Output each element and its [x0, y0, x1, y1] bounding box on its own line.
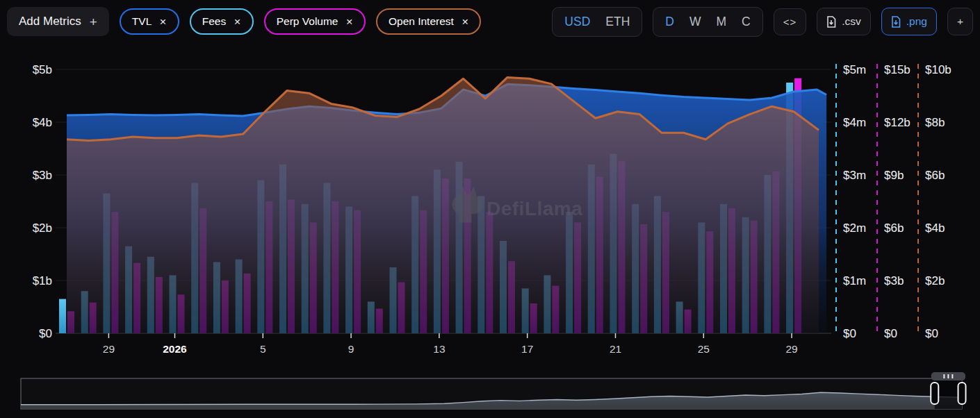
remove-metric-icon[interactable]: ✕ — [345, 17, 352, 27]
fees-bar — [59, 299, 66, 333]
grip-dots-icon — [952, 374, 953, 378]
x-tick-label: 9 — [348, 343, 354, 355]
download-file-icon — [891, 16, 901, 28]
svg-text:$6b: $6b — [925, 169, 945, 182]
svg-text:$2b: $2b — [925, 274, 945, 287]
currency-option-usd[interactable]: USD — [557, 11, 598, 33]
svg-text:$5m: $5m — [843, 63, 866, 76]
export-png-button[interactable]: .png — [881, 8, 937, 35]
interval-toggle[interactable]: DWMC — [653, 7, 762, 37]
svg-text:$3b: $3b — [33, 169, 52, 182]
add-chart-button[interactable]: + — [947, 8, 973, 35]
add-metrics-label: Add Metrics — [19, 15, 81, 28]
svg-text:$15b: $15b — [884, 63, 910, 76]
svg-text:$0: $0 — [884, 327, 897, 340]
add-metrics-button[interactable]: Add Metrics + — [7, 7, 109, 36]
export-png-label: .png — [906, 15, 927, 28]
export-csv-button[interactable]: .csv — [817, 8, 871, 35]
timeline-brush[interactable] — [21, 372, 966, 409]
svg-text:$3m: $3m — [843, 169, 866, 182]
embed-button[interactable]: <> — [774, 8, 807, 35]
svg-text:$4b: $4b — [925, 221, 945, 235]
interval-option-w[interactable]: W — [682, 11, 709, 33]
svg-text:$0: $0 — [843, 327, 856, 340]
svg-text:$1m: $1m — [843, 274, 866, 287]
svg-text:$0: $0 — [39, 327, 52, 340]
svg-text:$8b: $8b — [925, 116, 945, 129]
x-axis: 292026591317212529 — [103, 333, 798, 355]
selected-metric-pills: TVL✕Fees✕Perp Volume✕Open Interest✕ — [120, 8, 482, 35]
svg-text:$4m: $4m — [843, 116, 866, 129]
metric-pill-label: TVL — [132, 15, 152, 28]
right-axis-perp-volume: $15b$12b$9b$6b$3b$0 — [877, 63, 910, 340]
grip-dots-icon — [947, 374, 949, 378]
right-axis-open-interest: $10b$8b$6b$4b$2b$0 — [918, 63, 952, 340]
x-tick-label: 5 — [260, 343, 266, 355]
svg-text:$9b: $9b — [884, 169, 904, 182]
metric-pill-label: Fees — [202, 15, 226, 28]
remove-metric-icon[interactable]: ✕ — [234, 17, 240, 27]
x-tick-label: 2026 — [163, 343, 187, 355]
svg-text:$5b: $5b — [33, 63, 52, 76]
interval-option-d[interactable]: D — [658, 11, 682, 33]
metric-pill-fees[interactable]: Fees✕ — [190, 8, 254, 35]
plus-icon: + — [90, 17, 97, 26]
interval-option-c[interactable]: C — [734, 11, 758, 33]
x-tick-label: 13 — [433, 343, 445, 355]
left-axis-labels: $5b$4b$3b$2b$1b$0 — [33, 63, 52, 340]
currency-option-eth[interactable]: ETH — [598, 11, 637, 33]
metric-pill-perp-volume[interactable]: Perp Volume✕ — [264, 8, 366, 35]
brush-handle-right[interactable] — [958, 383, 966, 404]
currency-toggle[interactable]: USDETH — [552, 7, 642, 37]
svg-text:$0: $0 — [925, 327, 938, 340]
brush-handle-left[interactable] — [931, 383, 938, 404]
svg-text:$3b: $3b — [884, 274, 904, 287]
x-tick-label: 17 — [521, 343, 533, 355]
defillama-chart-page: 292026591317212529DefiLlama$5b$4b$3b$2b$… — [0, 0, 980, 418]
x-tick-label: 29 — [785, 343, 797, 355]
x-tick-label: 29 — [103, 343, 115, 355]
metric-pill-open-interest[interactable]: Open Interest✕ — [376, 8, 481, 35]
x-tick-label: 21 — [610, 343, 621, 355]
metric-pill-tvl[interactable]: TVL✕ — [120, 8, 179, 35]
right-axis-fees: $5m$4m$3m$2m$1m$0 — [836, 63, 866, 340]
svg-text:$2m: $2m — [843, 221, 866, 235]
chart-toolbar: Add Metrics + TVL✕Fees✕Perp Volume✕Open … — [0, 0, 980, 43]
metric-pill-label: Open Interest — [389, 15, 454, 28]
download-file-icon — [826, 16, 836, 28]
svg-text:$4b: $4b — [33, 116, 52, 129]
svg-text:$10b: $10b — [925, 63, 952, 76]
remove-metric-icon[interactable]: ✕ — [159, 17, 166, 27]
metric-pill-label: Perp Volume — [277, 15, 338, 28]
svg-text:$2b: $2b — [33, 221, 52, 235]
remove-metric-icon[interactable]: ✕ — [462, 17, 468, 27]
metrics-chart[interactable]: 292026591317212529DefiLlama$5b$4b$3b$2b$… — [0, 0, 980, 418]
interval-option-m[interactable]: M — [708, 11, 734, 33]
svg-text:$6b: $6b — [884, 221, 904, 235]
svg-text:$12b: $12b — [884, 116, 910, 129]
svg-text:DefiLlama: DefiLlama — [487, 198, 582, 219]
x-tick-label: 25 — [698, 343, 710, 355]
grip-dots-icon — [943, 374, 945, 378]
svg-text:$1b: $1b — [33, 274, 52, 287]
export-csv-label: .csv — [842, 15, 861, 28]
